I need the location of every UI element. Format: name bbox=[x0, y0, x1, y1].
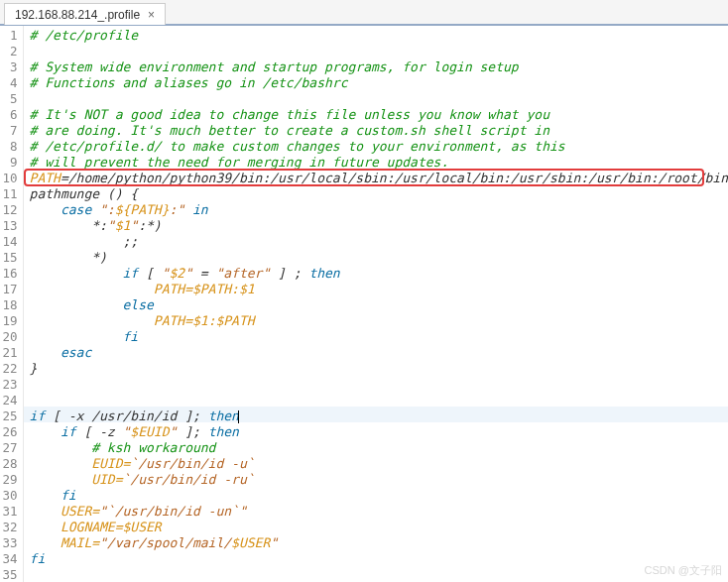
code-text: # /etc/profile bbox=[30, 28, 139, 43]
code-text: [ bbox=[138, 266, 161, 281]
code-text: $1 bbox=[239, 282, 255, 296]
code-text: USER= bbox=[30, 504, 99, 519]
code-text: # /etc/profile.d/ to make custom changes… bbox=[30, 139, 565, 154]
code-text: if bbox=[30, 408, 46, 423]
code-text: then bbox=[208, 424, 239, 439]
code-text: # System wide environment and startup pr… bbox=[30, 59, 519, 74]
line-number: 3 bbox=[0, 59, 18, 75]
code-text bbox=[30, 297, 123, 312]
code-text: " bbox=[130, 218, 138, 233]
code-text: " bbox=[107, 218, 115, 233]
code-text: PATH bbox=[30, 171, 61, 185]
line-number: 5 bbox=[0, 91, 18, 107]
editor[interactable]: 1 2 3 4 5 6 7 8 9 10 11 12 13 14 15 16 1… bbox=[0, 26, 728, 582]
line-number: 15 bbox=[0, 250, 18, 266]
file-tab[interactable]: 192.168.88.214_.profile × bbox=[4, 3, 166, 25]
code-text: EUID= bbox=[30, 456, 131, 471]
line-number: 16 bbox=[0, 266, 18, 282]
code-text: : bbox=[231, 282, 239, 296]
line-number: 13 bbox=[0, 218, 18, 234]
code-text: $1 bbox=[192, 313, 208, 328]
code-text: else bbox=[123, 297, 154, 312]
code-text: # will prevent the need for merging in f… bbox=[30, 155, 449, 170]
code-text: UID= bbox=[30, 472, 123, 487]
code-area[interactable]: # /etc/profile # System wide environment… bbox=[24, 26, 728, 582]
code-text: :" bbox=[170, 202, 185, 217]
code-text: # It's NOT a good idea to change this fi… bbox=[30, 107, 549, 122]
code-text: if bbox=[61, 424, 76, 439]
code-text: ${PATH} bbox=[115, 202, 170, 217]
code-text bbox=[30, 202, 61, 217]
code-text: fi bbox=[123, 329, 139, 344]
code-text: fi bbox=[30, 551, 46, 566]
code-text: " bbox=[184, 266, 192, 281]
line-number: 7 bbox=[0, 123, 18, 139]
code-text: fi bbox=[61, 488, 76, 503]
code-text: $PATH bbox=[215, 313, 254, 328]
line-number: 27 bbox=[0, 440, 18, 456]
line-number: 34 bbox=[0, 551, 18, 567]
text-cursor bbox=[238, 410, 239, 423]
line-number: 30 bbox=[0, 488, 18, 504]
close-icon[interactable]: × bbox=[148, 9, 155, 21]
line-number: 17 bbox=[0, 282, 18, 297]
code-text bbox=[30, 440, 92, 455]
code-text: in bbox=[192, 202, 208, 217]
code-text: [ -z bbox=[76, 424, 123, 439]
line-number: 24 bbox=[0, 393, 18, 408]
code-text: ]; bbox=[177, 424, 207, 439]
code-text: "after" bbox=[215, 266, 270, 281]
line-number: 35 bbox=[0, 567, 18, 582]
code-text bbox=[30, 329, 123, 344]
code-text bbox=[184, 202, 192, 217]
code-text: "/var/spool/mail/ bbox=[99, 535, 231, 550]
code-text: :*) bbox=[138, 218, 161, 233]
code-text: =/home/python/python39/bin:/usr/local/sb… bbox=[61, 171, 728, 185]
line-number: 23 bbox=[0, 377, 18, 393]
code-text bbox=[91, 202, 99, 217]
code-text: then bbox=[308, 266, 339, 281]
code-text: $USER bbox=[231, 535, 270, 550]
line-number: 18 bbox=[0, 297, 18, 313]
code-text: then bbox=[208, 408, 239, 423]
code-text: $2 bbox=[169, 266, 184, 281]
code-text: case bbox=[61, 202, 91, 217]
code-text: ;; bbox=[30, 234, 139, 249]
tab-title: 192.168.88.214_.profile bbox=[15, 8, 140, 22]
line-number: 11 bbox=[0, 186, 18, 202]
code-text: $PATH bbox=[192, 282, 231, 296]
line-number: 8 bbox=[0, 139, 18, 155]
line-number: 25 bbox=[0, 408, 18, 424]
line-number: 6 bbox=[0, 107, 18, 123]
code-text: PATH= bbox=[30, 282, 192, 296]
code-text: LOGNAME= bbox=[30, 520, 123, 534]
code-text: ": bbox=[99, 202, 115, 217]
code-text: *) bbox=[30, 250, 107, 265]
code-text: $1 bbox=[115, 218, 131, 233]
code-text bbox=[30, 424, 61, 439]
code-text: "`/usr/bin/id -un`" bbox=[99, 504, 247, 519]
line-number: 12 bbox=[0, 202, 18, 218]
code-text: $USER bbox=[123, 520, 162, 534]
code-text: ] ; bbox=[270, 266, 308, 281]
code-text: pathmunge () { bbox=[30, 186, 139, 201]
code-text bbox=[30, 266, 123, 281]
code-text: } bbox=[30, 361, 38, 376]
code-text: MAIL= bbox=[30, 535, 99, 550]
tab-bar: 192.168.88.214_.profile × bbox=[0, 0, 728, 26]
line-number: 21 bbox=[0, 345, 18, 361]
code-text bbox=[30, 345, 61, 360]
line-number: 22 bbox=[0, 361, 18, 377]
line-number: 14 bbox=[0, 234, 18, 250]
code-text bbox=[30, 488, 61, 503]
line-number: 4 bbox=[0, 75, 18, 91]
code-text: # Functions and aliases go in /etc/bashr… bbox=[30, 75, 348, 90]
line-number: 9 bbox=[0, 155, 18, 171]
line-number: 28 bbox=[0, 456, 18, 472]
code-text: [ -x /usr/bin/id ]; bbox=[45, 408, 207, 423]
line-number: 33 bbox=[0, 535, 18, 551]
code-text: " bbox=[270, 535, 278, 550]
code-text: # ksh workaround bbox=[91, 440, 215, 455]
line-number: 1 bbox=[0, 28, 18, 44]
line-number: 19 bbox=[0, 313, 18, 329]
